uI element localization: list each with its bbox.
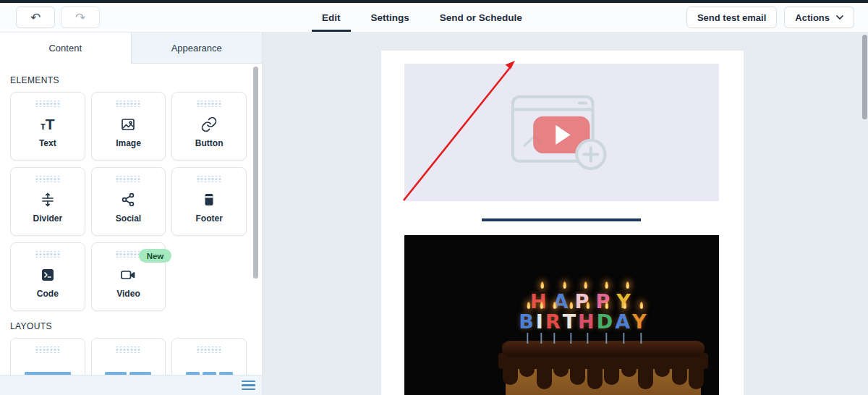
redo-icon: ↷ (75, 10, 85, 25)
drag-handle-icon (35, 251, 60, 258)
element-card-image[interactable]: Image (91, 92, 166, 161)
content-sidebar: Content Appearance ELEMENTS тT Text (0, 33, 263, 395)
divider-element[interactable] (482, 218, 641, 221)
actions-button[interactable]: Actions (784, 7, 854, 28)
element-card-label: Social (116, 213, 141, 224)
image-element-birthday-cake[interactable]: HAPPY BIRTHDAY (404, 235, 719, 395)
drag-handle-icon (197, 101, 221, 107)
element-card-label: Video (116, 289, 140, 299)
video-placeholder-icon (511, 95, 613, 170)
chevron-down-icon (836, 15, 843, 20)
element-card-label: Divider (33, 213, 62, 224)
element-card-label: Button (195, 138, 224, 148)
editor-canvas: HAPPY BIRTHDAY (263, 33, 868, 395)
sidebar-bottom-bar (0, 375, 262, 395)
element-card-button[interactable]: Button (171, 92, 247, 161)
element-card-code[interactable]: Code (10, 242, 85, 311)
element-card-label: Footer (195, 213, 222, 224)
undo-redo-group: ↶ ↷ (16, 7, 100, 28)
elements-section-header: ELEMENTS (10, 75, 262, 85)
element-card-divider[interactable]: Divider (10, 167, 85, 236)
toolbar-actions-group: Send test email Actions (686, 7, 854, 28)
tab-content[interactable]: Content (0, 33, 131, 64)
element-card-label: Text (39, 138, 56, 148)
footer-icon (200, 189, 218, 211)
candle-letters-birthday: BIRTHDAY (519, 310, 648, 333)
share-icon (119, 189, 137, 211)
redo-button[interactable]: ↷ (61, 7, 100, 28)
element-card-label: Code (37, 289, 59, 299)
element-card-video[interactable]: New Video (91, 242, 166, 311)
text-icon: тT (41, 114, 55, 135)
drag-handle-icon (35, 101, 60, 107)
drag-handle-icon (197, 176, 221, 182)
email-page: HAPPY BIRTHDAY (381, 51, 744, 395)
tab-edit[interactable]: Edit (322, 12, 341, 23)
element-card-text[interactable]: тT Text (10, 92, 85, 161)
element-card-label: Image (116, 138, 141, 148)
toolbar-tabs: Edit Settings Send or Schedule (322, 3, 522, 32)
drag-handle-icon (197, 347, 221, 353)
sidebar-tabs: Content Appearance (0, 33, 262, 64)
tab-settings[interactable]: Settings (371, 12, 409, 23)
send-test-email-label: Send test email (697, 12, 766, 23)
canvas-scrollbar[interactable] (862, 35, 867, 119)
link-icon (200, 114, 218, 135)
undo-button[interactable]: ↶ (16, 7, 55, 28)
tab-appearance[interactable]: Appearance (131, 33, 263, 64)
send-test-email-button[interactable]: Send test email (686, 7, 777, 28)
email-builder-app: ↶ ↷ Edit Settings Send or Schedule Send … (0, 0, 868, 395)
menu-icon[interactable] (242, 381, 255, 390)
video-camera-icon (119, 264, 137, 286)
element-card-social[interactable]: Social (91, 167, 166, 236)
cake-top (502, 341, 705, 357)
drag-handle-icon (116, 347, 140, 353)
undo-icon: ↶ (30, 10, 41, 25)
terminal-icon (39, 264, 56, 286)
drag-handle-icon (35, 347, 60, 353)
drag-handle-icon (116, 251, 140, 258)
elements-grid: тT Text Image (10, 92, 247, 311)
sidebar-scrollbar[interactable] (253, 67, 258, 279)
new-badge: New (139, 249, 172, 263)
toolbar: ↶ ↷ Edit Settings Send or Schedule Send … (0, 3, 868, 33)
layouts-section-header: LAYOUTS (10, 321, 262, 331)
actions-label: Actions (795, 12, 830, 23)
element-card-footer[interactable]: Footer (171, 167, 247, 236)
image-icon (119, 114, 137, 135)
drag-handle-icon (116, 176, 140, 182)
drag-handle-icon (116, 101, 140, 107)
divider-icon (39, 189, 56, 211)
drag-handle-icon (35, 176, 60, 182)
tab-send-or-schedule[interactable]: Send or Schedule (440, 12, 522, 23)
candle-letters-happy: HAPPY (530, 290, 637, 313)
video-element-block[interactable] (404, 64, 719, 201)
